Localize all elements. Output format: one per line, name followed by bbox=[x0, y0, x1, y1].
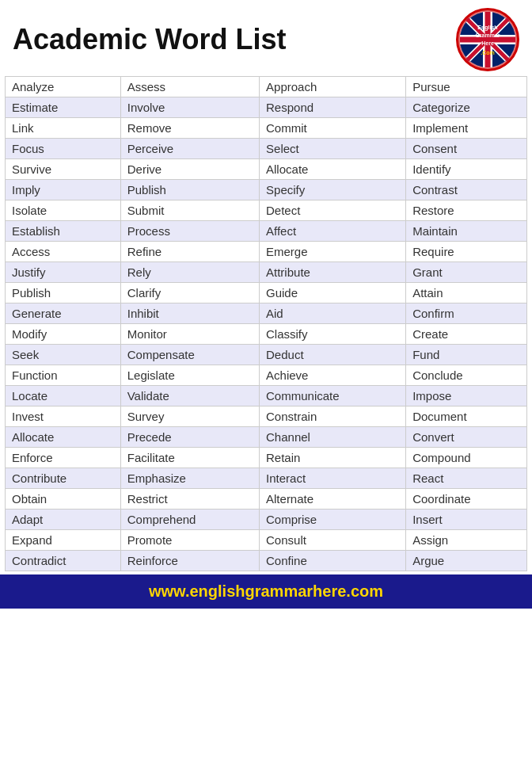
table-cell: Survive bbox=[6, 159, 121, 180]
table-cell: Clarify bbox=[120, 283, 259, 303]
table-cell: Coordinate bbox=[406, 489, 527, 510]
table-cell: Alternate bbox=[260, 489, 406, 510]
table-cell: Fund bbox=[406, 345, 527, 365]
table-cell: Contradict bbox=[6, 551, 121, 571]
table-cell: Survey bbox=[120, 406, 259, 427]
table-cell: Retain bbox=[260, 448, 406, 468]
table-cell: Locate bbox=[6, 386, 121, 406]
table-cell: Channel bbox=[260, 427, 406, 448]
header: Academic Word List English Grammar Here … bbox=[0, 0, 532, 76]
table-cell: Contribute bbox=[6, 468, 121, 489]
table-cell: Focus bbox=[6, 139, 121, 159]
table-cell: Perceive bbox=[120, 139, 259, 159]
table-cell: Analyze bbox=[6, 77, 121, 97]
table-cell: Comprise bbox=[260, 510, 406, 530]
table-cell: Specify bbox=[260, 180, 406, 200]
table-cell: Validate bbox=[120, 386, 259, 406]
table-cell: Seek bbox=[6, 345, 121, 365]
table-cell: Aid bbox=[260, 303, 406, 324]
table-cell: Achieve bbox=[260, 365, 406, 386]
table-cell: Access bbox=[6, 242, 121, 262]
table-cell: Guide bbox=[260, 283, 406, 303]
table-cell: Precede bbox=[120, 427, 259, 448]
table-cell: Inhibit bbox=[120, 303, 259, 324]
table-cell: Compound bbox=[406, 448, 527, 468]
table-cell: Link bbox=[6, 118, 121, 139]
table-cell: Select bbox=[260, 139, 406, 159]
table-cell: Reinforce bbox=[120, 551, 259, 571]
table-cell: Imply bbox=[6, 180, 121, 200]
table-cell: Confine bbox=[260, 551, 406, 571]
table-cell: Classify bbox=[260, 324, 406, 345]
table-cell: Function bbox=[6, 365, 121, 386]
logo: English Grammar Here .Com bbox=[456, 8, 519, 71]
table-cell: Submit bbox=[120, 200, 259, 221]
table-cell: Allocate bbox=[260, 159, 406, 180]
table-cell: Commit bbox=[260, 118, 406, 139]
table-cell: Facilitate bbox=[120, 448, 259, 468]
table-cell: Rely bbox=[120, 262, 259, 283]
table-cell: Remove bbox=[120, 118, 259, 139]
table-cell: Publish bbox=[120, 180, 259, 200]
table-cell: Modify bbox=[6, 324, 121, 345]
table-cell: Isolate bbox=[6, 200, 121, 221]
table-cell: Argue bbox=[406, 551, 527, 571]
word-table: AnalyzeAssessApproachPursueEstimateInvol… bbox=[5, 76, 527, 571]
table-cell: Invest bbox=[6, 406, 121, 427]
table-cell: Monitor bbox=[120, 324, 259, 345]
table-cell: React bbox=[406, 468, 527, 489]
table-cell: Justify bbox=[6, 262, 121, 283]
table-cell: Obtain bbox=[6, 489, 121, 510]
table-cell: Deduct bbox=[260, 345, 406, 365]
svg-text:Here: Here bbox=[481, 40, 494, 46]
table-cell: Involve bbox=[120, 97, 259, 118]
table-cell: Process bbox=[120, 221, 259, 242]
table-cell: Compensate bbox=[120, 345, 259, 365]
table-cell: Insert bbox=[406, 510, 527, 530]
page-title: Academic Word List bbox=[13, 23, 286, 56]
table-cell: Create bbox=[406, 324, 527, 345]
table-cell: Affect bbox=[260, 221, 406, 242]
table-cell: Derive bbox=[120, 159, 259, 180]
table-cell: Document bbox=[406, 406, 527, 427]
table-cell: Establish bbox=[6, 221, 121, 242]
table-cell: Interact bbox=[260, 468, 406, 489]
table-cell: Expand bbox=[6, 530, 121, 551]
table-cell: Identify bbox=[406, 159, 527, 180]
table-cell: Categorize bbox=[406, 97, 527, 118]
table-cell: Approach bbox=[260, 77, 406, 97]
table-cell: Impose bbox=[406, 386, 527, 406]
table-cell: Communicate bbox=[260, 386, 406, 406]
table-cell: Constrain bbox=[260, 406, 406, 427]
footer: www.englishgrammarhere.com bbox=[0, 574, 532, 609]
table-cell: Emerge bbox=[260, 242, 406, 262]
table-cell: Emphasize bbox=[120, 468, 259, 489]
table-cell: Attain bbox=[406, 283, 527, 303]
table-cell: Implement bbox=[406, 118, 527, 139]
table-cell: Refine bbox=[120, 242, 259, 262]
table-cell: Assign bbox=[406, 530, 527, 551]
table-cell: Conclude bbox=[406, 365, 527, 386]
table-cell: Confirm bbox=[406, 303, 527, 324]
table-cell: Assess bbox=[120, 77, 259, 97]
table-cell: Detect bbox=[260, 200, 406, 221]
table-cell: Consult bbox=[260, 530, 406, 551]
table-cell: Enforce bbox=[6, 448, 121, 468]
table-cell: Comprehend bbox=[120, 510, 259, 530]
footer-url: www.englishgrammarhere.com bbox=[149, 582, 383, 600]
table-cell: Adapt bbox=[6, 510, 121, 530]
table-cell: Allocate bbox=[6, 427, 121, 448]
table-cell: Pursue bbox=[406, 77, 527, 97]
table-cell: Legislate bbox=[120, 365, 259, 386]
table-cell: Restrict bbox=[120, 489, 259, 510]
table-container: AnalyzeAssessApproachPursueEstimateInvol… bbox=[0, 76, 532, 571]
table-cell: Consent bbox=[406, 139, 527, 159]
table-cell: Require bbox=[406, 242, 527, 262]
svg-text:Grammar: Grammar bbox=[475, 32, 500, 38]
table-cell: Maintain bbox=[406, 221, 527, 242]
table-cell: Grant bbox=[406, 262, 527, 283]
svg-text:English: English bbox=[477, 25, 497, 31]
table-cell: Publish bbox=[6, 283, 121, 303]
table-cell: Respond bbox=[260, 97, 406, 118]
svg-text:.Com: .Com bbox=[481, 50, 495, 55]
